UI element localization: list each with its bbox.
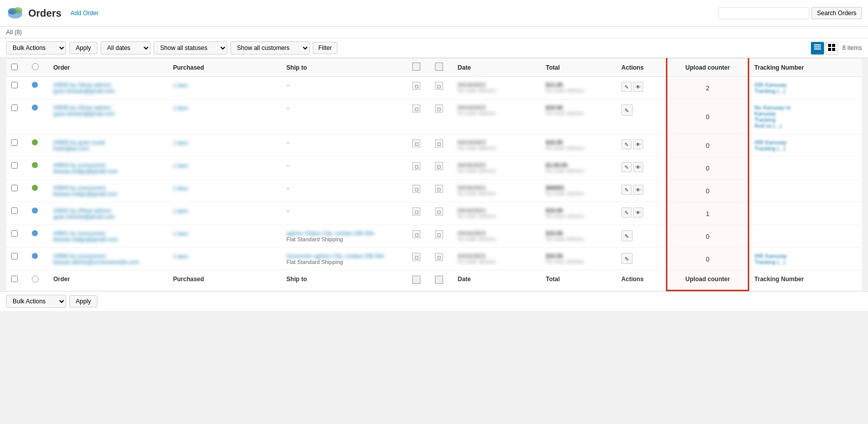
row-checkbox[interactable] <box>11 185 18 191</box>
row-checkbox[interactable] <box>11 139 18 146</box>
tracking-link[interactable]: Tracking (...) <box>754 145 857 151</box>
footer-select-all-checkbox[interactable] <box>11 276 18 282</box>
order-total-sub: No order delivery <box>546 111 611 116</box>
svg-rect-5 <box>814 48 821 49</box>
row-checkbox[interactable] <box>11 230 18 237</box>
tracking-link[interactable]: Tracking <box>754 117 857 123</box>
row-checkbox[interactable] <box>11 162 18 169</box>
footer-col-tracking: Tracking Number <box>749 271 862 291</box>
action-icon-edit[interactable]: ✎ <box>621 139 632 149</box>
table-footer-row: Order Purchased Ship to Date Total Actio… <box>6 271 862 291</box>
tracking-link[interactable]: And so (...) <box>754 123 857 129</box>
action-icon-edit[interactable]: ✎ <box>621 185 632 195</box>
order-date: 04/19/2023 <box>458 82 536 88</box>
action-icon-edit[interactable]: ✎ <box>621 82 632 92</box>
filter-button[interactable]: Filter <box>313 42 337 54</box>
col-icon2-cell: ◻ <box>435 230 443 238</box>
upload-count: 1 <box>706 210 709 218</box>
order-date: 04/16/2023 <box>458 253 536 259</box>
page-title: Orders <box>28 8 62 19</box>
order-email: gyan.biswas@gmail.com <box>54 88 163 94</box>
apply-button-bottom[interactable]: Apply <box>69 295 98 307</box>
col-icon1-cell: ◻ <box>412 185 420 193</box>
action-icon-view[interactable]: 👁 <box>633 139 643 149</box>
action-icon-edit[interactable]: ✎ <box>621 162 632 172</box>
order-number[interactable]: #4843 by (consumer) <box>54 185 163 191</box>
tracking-link[interactable]: #95 Kanusay <box>754 253 857 259</box>
search-input[interactable] <box>718 7 809 19</box>
footer-col-order: Order <box>49 271 168 291</box>
table-row: #4846 by (Shop admin)gyan.biswas@gmail.c… <box>6 99 862 134</box>
col-total-header: Total <box>541 59 616 77</box>
action-icon-edit[interactable]: ✎ <box>621 207 632 218</box>
order-date: 04/18/2023 <box>458 185 536 191</box>
order-number[interactable]: #4846 by (Shop admin) <box>54 82 163 88</box>
status-dot <box>32 207 38 214</box>
tracking-link[interactable]: Tracking (...) <box>754 88 857 94</box>
order-number[interactable]: #4844 by (consumer) <box>54 162 163 168</box>
action-icons: ✎👁 <box>621 82 661 92</box>
order-total: $1.00.00 <box>546 162 611 168</box>
footer-col-total: Total <box>541 271 616 291</box>
ship-dash: – <box>286 82 290 89</box>
purchased-item: 1 item <box>173 140 188 146</box>
purchased-item: 1 item <box>173 105 188 111</box>
order-date-sub: No order delivery <box>458 259 536 264</box>
status-dot <box>32 253 38 259</box>
row-checkbox[interactable] <box>11 104 18 111</box>
add-order-link[interactable]: Add Order <box>71 10 99 17</box>
action-icon-view[interactable]: 👁 <box>633 162 643 172</box>
order-total: $10.00 <box>546 207 611 214</box>
row-checkbox[interactable] <box>11 253 18 259</box>
all-count-label: All (8) <box>6 29 22 36</box>
col-icon2-cell: ◻ <box>435 82 443 90</box>
col-date-header: Date <box>453 59 541 77</box>
table-row: #4845 by gyan (cust)frank@qx.com1 item–◻… <box>6 134 862 157</box>
apply-button-top[interactable]: Apply <box>69 42 98 54</box>
order-number[interactable]: #4846 by (Shop admin) <box>54 104 163 111</box>
select-all-checkbox[interactable] <box>11 64 18 70</box>
bulk-actions-select-bottom[interactable]: Bulk Actions <box>6 295 66 308</box>
action-icon-single[interactable]: ✎ <box>621 230 633 241</box>
col-icon1-cell: ◻ <box>412 162 420 170</box>
row-checkbox[interactable] <box>11 207 18 214</box>
tracking-link[interactable]: Tracking (...) <box>754 259 857 265</box>
action-icon-view[interactable]: 👁 <box>633 82 643 92</box>
order-number[interactable]: #4845 by gyan (cust) <box>54 139 163 145</box>
search-orders-button[interactable]: Search Orders <box>811 7 862 19</box>
grid-view-button[interactable] <box>825 42 838 55</box>
col-icon2-cell: ◻ <box>435 185 443 193</box>
upload-count: 0 <box>706 255 709 263</box>
col-icon1-cell: ◻ <box>412 139 420 147</box>
row-checkbox[interactable] <box>11 82 18 88</box>
bulk-actions-select[interactable]: Bulk Actions <box>6 41 66 55</box>
statuses-select[interactable]: Show all statuses <box>154 41 227 55</box>
tracking-link[interactable]: No Kanusay to <box>754 104 857 111</box>
action-icon-view[interactable]: 👁 <box>633 207 643 218</box>
ship-dash: – <box>286 185 290 192</box>
order-total: $11.00 <box>546 82 611 88</box>
action-icon-single[interactable]: ✎ <box>621 253 633 264</box>
table-row: #4844 by (consumer)biswas.indigo@gmail.c… <box>6 157 862 180</box>
order-total-sub: No order delivery <box>546 168 611 174</box>
action-icon-single[interactable]: ✎ <box>621 104 633 116</box>
dates-select[interactable]: All dates <box>101 41 151 55</box>
order-date: 04/18/2023 <box>458 162 536 168</box>
ship-dash: – <box>286 139 290 146</box>
order-number[interactable]: #4841 by (consumer) <box>54 230 163 236</box>
action-icon-view[interactable]: 👁 <box>633 185 643 195</box>
order-email: biswas.admin@consumerside.com <box>54 259 163 265</box>
upload-count: 0 <box>706 233 709 240</box>
order-total-sub: No order delivery <box>546 259 611 264</box>
order-email: biswas.indigo@gmail.com <box>54 236 163 242</box>
order-total-sub: No order delivery <box>546 145 611 151</box>
col-icon1-header <box>407 59 430 77</box>
order-number[interactable]: #4840 by (consumer) <box>54 253 163 259</box>
tracking-link[interactable]: #95 Kanusay <box>754 139 857 145</box>
list-view-button[interactable] <box>811 42 824 55</box>
customers-select[interactable]: Show all customers <box>230 41 310 55</box>
order-number[interactable]: #4842 by (Shop admin) <box>54 207 163 214</box>
tracking-link[interactable]: Kanusay <box>754 111 857 117</box>
ship-address: Gonsumer aghren City, contact 256 56n <box>286 253 402 259</box>
tracking-link[interactable]: #95 Kanusay <box>754 82 857 88</box>
